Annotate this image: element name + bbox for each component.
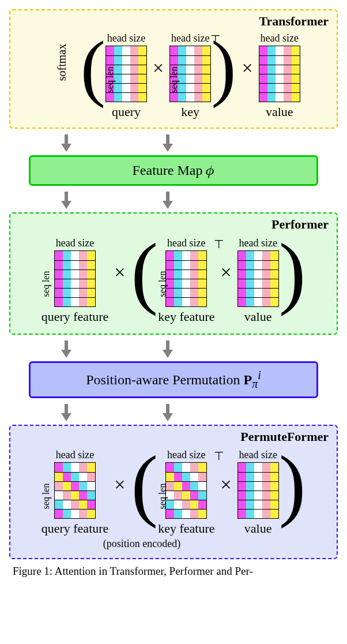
svg-marker-3: [163, 144, 173, 152]
query-label: query: [112, 104, 141, 119]
permuteformer-title: PermuteFormer: [240, 429, 329, 444]
arrows-1: [9, 134, 338, 153]
performer-title: Performer: [271, 217, 329, 232]
transformer-row: softmax ( seq len head size query × seq …: [13, 32, 331, 119]
arrow-down-icon: [59, 192, 74, 210]
arrow-down-icon: [160, 340, 175, 359]
value-matrix-p: [237, 250, 279, 307]
headsize-pk: head size⊤: [167, 237, 205, 249]
times5: ×: [114, 474, 125, 496]
queryfeat-label-pm: query feature: [42, 521, 109, 536]
arrow-down-icon: [59, 340, 74, 359]
keyfeat-cell-pm: seq len head size⊤ key feature: [158, 449, 214, 536]
softmax-label: softmax: [55, 44, 69, 81]
headsize-pmv: head size: [239, 449, 277, 461]
svg-marker-9: [61, 350, 71, 358]
arrow-down-icon: [59, 404, 74, 422]
seqlen-q: seq len: [105, 66, 115, 92]
queryfeat-label: query feature: [42, 309, 109, 324]
value-matrix-pm: [237, 462, 279, 519]
svg-marker-7: [163, 201, 173, 209]
queryfeat-matrix: [54, 250, 96, 307]
keyfeat-label: key feature: [158, 309, 214, 324]
figure-caption: Figure 1: Attention in Transformer, Perf…: [9, 565, 338, 578]
performer-row: seq len head size query feature × ( seq …: [16, 235, 331, 325]
seqlen-pq: seq len: [41, 271, 51, 297]
keyfeat-label-pm: key feature: [158, 521, 214, 536]
headsize-pq: head size: [56, 237, 94, 249]
times1: ×: [153, 57, 164, 79]
svg-marker-5: [61, 201, 71, 209]
key-cell: seq len head size⊤ key: [169, 32, 211, 119]
pos-encoded-label: (position encoded): [0, 538, 331, 550]
value-matrix: [259, 46, 300, 102]
pospermute-P: P: [244, 372, 252, 387]
times6: ×: [220, 474, 231, 496]
keyfeat-perm-matrix: [165, 462, 207, 519]
value-label-pm: value: [244, 521, 272, 536]
arrow-down-icon: [160, 404, 175, 422]
headsize-k: head size⊤: [171, 32, 209, 44]
value-label: value: [266, 104, 293, 119]
seqlen-k: seq len: [169, 66, 180, 92]
arrows-2: [9, 192, 338, 210]
headsize-pmq: head size: [56, 449, 94, 461]
headsize-pv: head size: [239, 237, 277, 249]
arrows-4: [9, 404, 338, 422]
svg-marker-15: [163, 413, 173, 421]
seqlen-pmk: seq len: [158, 483, 168, 509]
transpose2: ⊤: [214, 237, 224, 251]
svg-marker-11: [163, 350, 173, 358]
headsize-q: head size: [107, 32, 145, 44]
headsize-pmk: head size⊤: [167, 449, 205, 461]
arrow-down-icon: [160, 192, 175, 210]
pospermute-sub: π: [252, 377, 258, 390]
value-cell: head size value: [259, 32, 300, 119]
times2: ×: [242, 57, 253, 79]
feature-map-box: Feature Map 𝜙: [29, 155, 318, 186]
queryfeat-cell: seq len head size query feature: [42, 237, 109, 324]
query-cell: seq len head size query: [105, 32, 147, 119]
svg-marker-1: [61, 144, 71, 152]
arrow-down-icon: [59, 134, 74, 153]
feature-map-label: Feature Map 𝜙: [133, 163, 215, 178]
seqlen-pk: seq len: [158, 271, 168, 297]
seqlen-pmq: seq len: [41, 483, 51, 509]
transpose3: ⊤: [214, 449, 224, 463]
permuteformer-box: PermuteFormer seq len head size query fe…: [9, 425, 338, 559]
arrow-down-icon: [160, 134, 175, 153]
lparen3: (: [131, 448, 159, 521]
headsize-v: head size: [260, 32, 298, 44]
value-label-p: value: [244, 309, 272, 324]
key-label: key: [181, 104, 199, 119]
transformer-title: Transformer: [259, 14, 329, 29]
rparen2: ): [279, 235, 306, 308]
permuteformer-row: seq len head size query feature × ( seq …: [16, 448, 331, 538]
transpose: ⊤: [210, 32, 220, 46]
times3: ×: [114, 261, 125, 283]
pos-permute-box: Position-aware Permutation Pπi: [29, 361, 318, 398]
performer-box: Performer seq len head size query featur…: [9, 212, 338, 335]
keyfeat-cell: seq len head size⊤ key feature: [158, 237, 214, 324]
queryfeat-perm-matrix: [54, 462, 96, 519]
pospermute-sup: i: [258, 369, 261, 381]
arrows-3: [9, 340, 338, 359]
lparen: (: [81, 33, 105, 101]
value-cell-p: head size value: [237, 237, 279, 324]
queryfeat-cell-pm: seq len head size query feature: [42, 449, 109, 536]
transformer-box: Transformer softmax ( seq len head size …: [9, 9, 338, 129]
keyfeat-matrix: [165, 250, 207, 307]
lparen2: (: [131, 235, 159, 308]
pospermute-text: Position-aware Permutation: [86, 372, 243, 387]
rparen3: ): [279, 448, 306, 521]
times4: ×: [220, 261, 231, 283]
value-cell-pm: head size value: [237, 449, 279, 536]
svg-marker-13: [61, 413, 71, 421]
